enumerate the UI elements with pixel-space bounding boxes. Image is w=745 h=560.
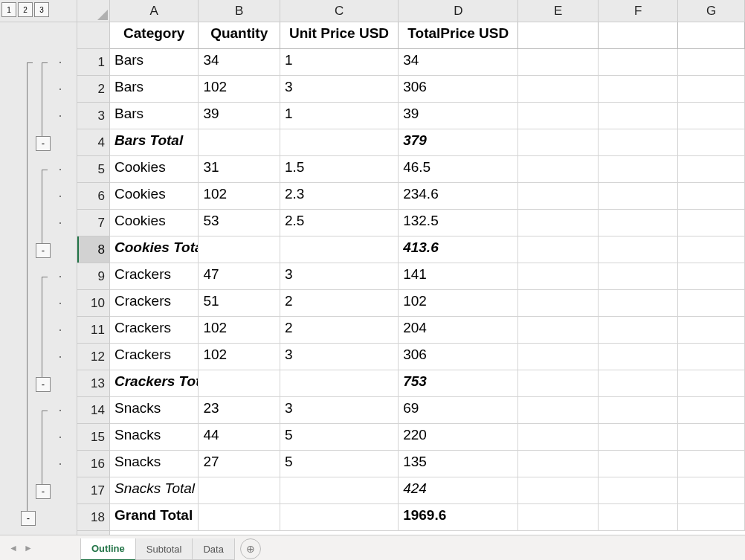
- row-header-12[interactable]: 12: [77, 344, 109, 370]
- outline-collapse-grand-button[interactable]: -: [21, 511, 36, 526]
- cell[interactable]: [518, 129, 599, 156]
- cell[interactable]: Snacks: [110, 451, 199, 477]
- cell[interactable]: [599, 183, 679, 210]
- cell[interactable]: [518, 451, 599, 477]
- header-cell[interactable]: [599, 22, 679, 49]
- cell[interactable]: 306: [399, 76, 518, 103]
- cell[interactable]: [599, 263, 679, 290]
- cell[interactable]: 1969.6: [399, 504, 518, 531]
- cell[interactable]: 234.6: [399, 183, 518, 210]
- cell[interactable]: [678, 317, 745, 344]
- cell[interactable]: 39: [199, 103, 280, 129]
- cell[interactable]: [599, 317, 679, 344]
- cell[interactable]: Crackers: [110, 290, 199, 317]
- cell[interactable]: [518, 424, 599, 451]
- cell[interactable]: [678, 129, 745, 156]
- cell[interactable]: [678, 210, 745, 236]
- cell[interactable]: [199, 504, 280, 531]
- cell[interactable]: [599, 103, 679, 129]
- cell[interactable]: 3: [280, 344, 399, 370]
- cell[interactable]: [599, 451, 679, 477]
- header-cell[interactable]: Unit Price USD: [280, 22, 399, 49]
- cell[interactable]: [678, 451, 745, 477]
- cell[interactable]: [518, 370, 599, 397]
- cell[interactable]: 102: [199, 317, 280, 344]
- cell[interactable]: 753: [399, 370, 518, 397]
- cell[interactable]: Cookies: [110, 183, 199, 210]
- header-cell[interactable]: Category: [110, 22, 199, 49]
- col-header-D[interactable]: D: [399, 0, 518, 22]
- tab-scroll-next-icon[interactable]: ►: [21, 541, 36, 556]
- cell[interactable]: [280, 236, 399, 263]
- outline-collapse-button[interactable]: -: [36, 243, 51, 258]
- header-cell[interactable]: [518, 22, 599, 49]
- header-cell[interactable]: Quantity: [199, 22, 280, 49]
- row-header-8[interactable]: 8: [77, 236, 109, 263]
- cell[interactable]: [518, 477, 599, 504]
- cell[interactable]: 424: [399, 477, 518, 504]
- row-header-5[interactable]: 5: [77, 156, 109, 183]
- cell[interactable]: [599, 129, 679, 156]
- cell[interactable]: 51: [199, 290, 280, 317]
- cell[interactable]: Crackers: [110, 344, 199, 370]
- cell[interactable]: [678, 236, 745, 263]
- header-cell[interactable]: [678, 22, 745, 49]
- sheet-tab-data[interactable]: Data: [192, 538, 234, 560]
- cell[interactable]: 47: [199, 263, 280, 290]
- row-header-4[interactable]: 4: [77, 129, 109, 156]
- cell[interactable]: Cookies: [110, 156, 199, 183]
- cell[interactable]: 132.5: [399, 210, 518, 236]
- sheet-tab-subtotal[interactable]: Subtotal: [135, 538, 193, 560]
- sheet-tab-outline[interactable]: Outline: [80, 538, 136, 561]
- cell[interactable]: [518, 156, 599, 183]
- cell[interactable]: 1: [280, 49, 399, 76]
- cell[interactable]: [678, 344, 745, 370]
- cell[interactable]: [678, 370, 745, 397]
- cell[interactable]: [678, 49, 745, 76]
- cell[interactable]: Snacks Total: [110, 477, 199, 504]
- cell[interactable]: 220: [399, 424, 518, 451]
- row-header-6[interactable]: 6: [77, 183, 109, 210]
- col-header-A[interactable]: A: [110, 0, 199, 22]
- cell[interactable]: [599, 477, 679, 504]
- cell[interactable]: [518, 236, 599, 263]
- cell[interactable]: [599, 397, 679, 424]
- cell[interactable]: 306: [399, 344, 518, 370]
- cell[interactable]: [518, 290, 599, 317]
- row-header-16[interactable]: 16: [77, 451, 109, 477]
- select-all-corner[interactable]: [77, 0, 110, 22]
- outline-collapse-button[interactable]: -: [36, 136, 51, 151]
- cell[interactable]: [678, 477, 745, 504]
- col-header-E[interactable]: E: [518, 0, 599, 22]
- cell[interactable]: 31: [199, 156, 280, 183]
- cell[interactable]: Crackers Total: [110, 370, 199, 397]
- row-header-1[interactable]: 1: [77, 49, 109, 76]
- outline-level-3-button[interactable]: 3: [34, 2, 49, 17]
- cell[interactable]: 1.5: [280, 156, 399, 183]
- cell[interactable]: 27: [199, 451, 280, 477]
- row-header-18[interactable]: 18: [77, 504, 109, 531]
- cell[interactable]: 2: [280, 317, 399, 344]
- row-header-13[interactable]: 13: [77, 370, 109, 397]
- cell[interactable]: 39: [399, 103, 518, 129]
- outline-level-2-button[interactable]: 2: [18, 2, 33, 17]
- cell[interactable]: [518, 183, 599, 210]
- cell[interactable]: [199, 370, 280, 397]
- cell[interactable]: [678, 504, 745, 531]
- cell[interactable]: Cookies: [110, 210, 199, 236]
- header-cell[interactable]: TotalPrice USD: [399, 22, 518, 49]
- cell[interactable]: [678, 76, 745, 103]
- cell[interactable]: [599, 210, 679, 236]
- col-header-F[interactable]: F: [599, 0, 679, 22]
- cell[interactable]: Cookies Total: [110, 236, 199, 263]
- cell[interactable]: Bars: [110, 49, 199, 76]
- cell[interactable]: [599, 370, 679, 397]
- tab-scroll-prev-icon[interactable]: ◄: [6, 541, 21, 556]
- outline-collapse-button[interactable]: -: [36, 484, 51, 499]
- row-header-2[interactable]: 2: [77, 76, 109, 103]
- cell[interactable]: [280, 504, 399, 531]
- cell[interactable]: 34: [199, 49, 280, 76]
- cell[interactable]: [280, 129, 399, 156]
- cell[interactable]: [678, 156, 745, 183]
- cell[interactable]: [518, 263, 599, 290]
